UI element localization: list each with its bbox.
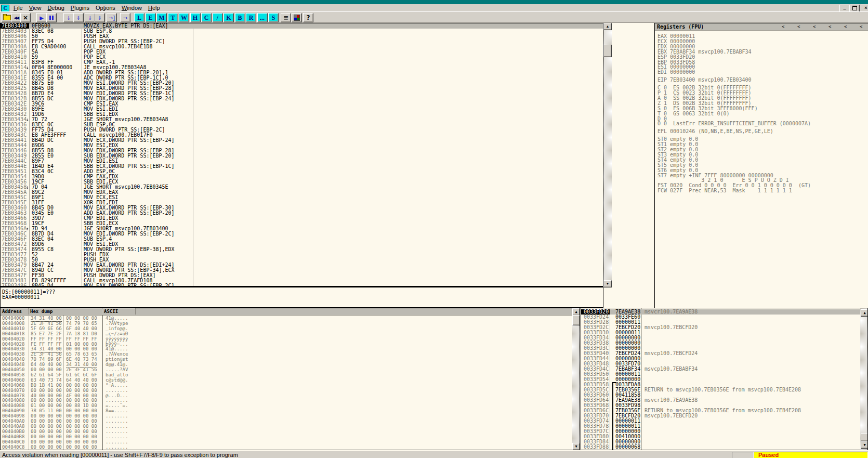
register-line[interactable]: FCW 027F Prec NEAR,53 Mask 1 1 1 1 1 1 <box>657 188 868 193</box>
dump-header-ascii: ASCII <box>102 308 136 315</box>
dump-ascii: ........ <box>106 440 128 445</box>
execute-till-return-button[interactable]: →] <box>107 13 117 22</box>
stack-frame-bracket <box>612 434 613 439</box>
menu-item-plugins[interactable]: Plugins <box>68 4 93 11</box>
menu-item-options[interactable]: Options <box>93 4 119 11</box>
scroll-up-button[interactable]: ▲ <box>861 309 868 317</box>
instruction-text: MOV EAX,DWORD PTR SS:[EBP-2C] <box>84 283 175 287</box>
scroll-down-button[interactable]: ▼ <box>572 443 580 450</box>
register-view-selector[interactable]: < <box>828 23 831 30</box>
scrollbar-track[interactable] <box>603 23 612 287</box>
close-program-button[interactable]: × <box>20 13 31 22</box>
dump-bytes: 00 00 00 00 <box>66 440 97 445</box>
view-log-button[interactable]: L <box>134 13 144 22</box>
dump-address: 00404070 <box>2 388 24 394</box>
scrollbar-thumb[interactable] <box>603 45 612 57</box>
go-to-button[interactable]: → <box>120 13 130 22</box>
dump-ascii: ........ <box>106 445 128 450</box>
view-handles-button[interactable]: H <box>190 13 201 22</box>
info-line: EAX=00000011 <box>2 295 40 300</box>
stack-comment: RETURN to msvcp100.7EB0356E from msvcp10… <box>645 387 801 392</box>
register-line[interactable]: T 0 GS 0063 32bit 0(0) <box>657 111 868 116</box>
scrollbar-thumb[interactable] <box>572 315 580 325</box>
open-file-button[interactable] <box>2 13 12 22</box>
cpu-window-icon[interactable]: C <box>1 5 9 12</box>
dump-row[interactable]: 0040407000 00 00 0000 00 00 00........ <box>1 388 571 394</box>
register-line[interactable]: EDI 00000000 <box>657 70 868 75</box>
view-patches-button[interactable]: / <box>213 13 223 22</box>
scroll-down-button[interactable]: ▼ <box>603 280 612 287</box>
run-button[interactable]: ▶ <box>36 13 47 22</box>
stack-scrollbar[interactable] <box>860 308 868 450</box>
step-over-button[interactable]: ⇓ <box>73 13 84 22</box>
animate-into-button[interactable]: ↓ <box>85 13 95 22</box>
view-memory-button[interactable]: M <box>156 13 167 22</box>
register-view-selector[interactable]: < <box>844 23 847 30</box>
register-line[interactable]: EFL 00010246 (NO,NB,E,BE,NS,PE,GE,LE) <box>657 129 868 134</box>
view-windows-button[interactable]: W <box>179 13 189 22</box>
register-view-selector[interactable]: < <box>860 23 862 30</box>
scroll-up-button[interactable]: ▲ <box>572 308 580 316</box>
stack-frame-bracket <box>612 418 613 424</box>
return-icon: →] <box>109 15 115 21</box>
pause-button[interactable] <box>46 13 57 22</box>
dump-row[interactable]: 00404020FF FF FF FFFF FF FF FFÿÿÿÿÿÿÿÿ <box>1 337 571 342</box>
help-button[interactable]: ? <box>303 13 313 22</box>
scroll-up-button[interactable]: ▲ <box>603 23 612 30</box>
register-line[interactable]: O 0 LastErr ERROR_INSUFFICIENT_BUFFER (0… <box>657 121 868 126</box>
appearance-button[interactable] <box>292 13 302 22</box>
scroll-down-button[interactable]: ▼ <box>861 441 868 449</box>
view-source-button[interactable]: S <box>268 13 279 22</box>
stack-frame-bracket <box>612 413 613 418</box>
stack-value: 00000068 <box>615 444 640 450</box>
dump-bytes: FF FF FF FF <box>66 337 97 342</box>
pause-icon <box>49 16 54 20</box>
stack-frame-bracket <box>612 392 613 398</box>
view-threads-button[interactable]: T <box>168 13 178 22</box>
disasm-scrollbar[interactable]: ▲ ▼ <box>603 23 612 287</box>
instruction-address: 7EB03486 <box>2 283 27 287</box>
dump-scrollbar[interactable] <box>572 308 580 450</box>
menu-items: FileViewDebugPluginsOptionsWindowHelp <box>10 4 163 11</box>
stack-comment: msvcp100.7EBCFD24 <box>645 351 698 356</box>
stack-row[interactable]: 0033FD8800000068 <box>581 444 860 450</box>
window-list-button[interactable]: ≡ <box>281 13 291 22</box>
paused-badge: Paused <box>754 452 868 458</box>
dump-header-hex: Hex dump <box>29 308 102 315</box>
menu-item-view[interactable]: View <box>26 4 45 11</box>
dump-header: Address Hex dump ASCII <box>1 308 580 316</box>
animate-over-button[interactable]: ⇓ <box>95 13 105 22</box>
folder-icon <box>3 15 11 20</box>
hex-dump-pane: Address Hex dump ASCII 0040400034 31 40 … <box>0 308 580 450</box>
play-icon: ▶ <box>40 15 44 21</box>
stack-frame-bracket <box>612 439 613 444</box>
view-references-button[interactable]: R <box>246 13 256 22</box>
dump-row[interactable]: 004040C000 00 00 0000 00 00 00........ <box>1 440 571 445</box>
register-line[interactable]: EIP 7EB03400 msvcp100.7EB03400 <box>657 77 868 83</box>
view-cpu-button[interactable]: C <box>201 13 212 22</box>
register-view-selector[interactable]: < <box>782 23 784 30</box>
restart-button[interactable]: ◀◀ <box>11 13 21 22</box>
dump-address: 00404020 <box>2 337 24 342</box>
menu-item-debug[interactable]: Debug <box>44 4 67 11</box>
window-titlebar <box>0 0 868 4</box>
view-executables-button[interactable]: E <box>146 13 156 22</box>
register-view-selector[interactable]: < <box>813 23 816 30</box>
disasm-row[interactable]: 7EB034868B45 D4MOV EAX,DWORD PTR SS:[EBP… <box>1 283 603 287</box>
menu-item-window[interactable]: Window <box>119 4 145 11</box>
status-message: Access violation when reading [00000011]… <box>2 452 238 458</box>
scrollbar-thumb[interactable] <box>861 433 868 441</box>
dump-bytes: 00 00 00 00 <box>31 388 62 394</box>
dump-row[interactable]: 004040C800 00 00 0000 00 00 00........ <box>1 445 571 450</box>
view-breakpoints-button[interactable]: B <box>235 13 245 22</box>
step-into-button[interactable]: ↓ <box>63 13 74 22</box>
view-run-trace-button[interactable]: ... <box>257 13 268 22</box>
menu-item-file[interactable]: File <box>10 4 26 11</box>
menu-bar: C FileViewDebugPluginsOptionsWindowHelp … <box>0 4 868 11</box>
register-view-selector[interactable]: < <box>797 23 800 30</box>
instruction-bytes: 8B45 D4 <box>32 283 54 287</box>
ollydbg-window: C FileViewDebugPluginsOptionsWindowHelp … <box>0 0 868 458</box>
dump-address: 004040C8 <box>2 445 24 450</box>
view-call-stack-button[interactable]: K <box>223 13 234 22</box>
menu-item-help[interactable]: Help <box>145 4 163 11</box>
